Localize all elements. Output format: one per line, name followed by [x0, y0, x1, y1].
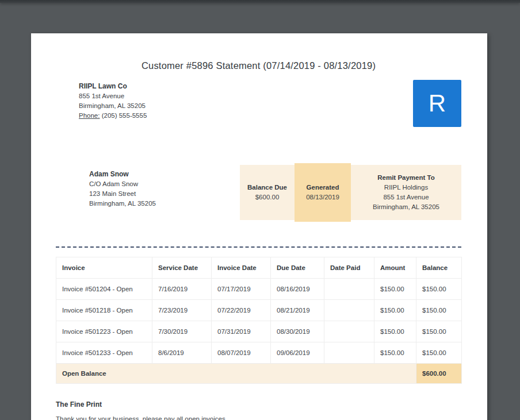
- cell-amount: $150.00: [374, 279, 416, 300]
- cell-amount: $150.00: [374, 300, 416, 321]
- company-address-line2: Birmingham, AL 35205: [79, 101, 147, 111]
- cell-service-date: 7/30/2019: [152, 321, 212, 342]
- cell-date-paid: [324, 342, 374, 364]
- cell-invoice: Invoice #501204 - Open: [56, 279, 152, 300]
- balance-due-cell: Balance Due $600.00: [240, 165, 295, 220]
- payment-summary-box: Balance Due $600.00 Generated 08/13/2019…: [240, 163, 461, 222]
- billing-section: Adam Snow C/O Adam Snow 123 Main Street …: [56, 163, 461, 222]
- col-header-balance: Balance: [416, 257, 462, 279]
- remit-address2: Birmingham, AL 35205: [351, 202, 461, 212]
- cell-due-date: 09/06/2019: [271, 342, 324, 364]
- table-row: Invoice #501204 - Open 7/16/2019 07/17/2…: [56, 279, 462, 300]
- remit-address1: 855 1st Avenue: [351, 192, 461, 202]
- open-balance-label: Open Balance: [56, 364, 416, 384]
- cell-balance: $150.00: [416, 342, 462, 364]
- remit-payment-cell: Remit Payment To RIIPL Holdings 855 1st …: [351, 165, 461, 220]
- table-header-row: Invoice Service Date Invoice Date Due Da…: [56, 257, 462, 279]
- customer-address-block: Adam Snow C/O Adam Snow 123 Main Street …: [89, 163, 156, 209]
- cell-invoice: Invoice #501218 - Open: [56, 300, 152, 321]
- cell-invoice-date: 07/22/2019: [212, 300, 271, 321]
- statement-page: Customer #5896 Statement (07/14/2019 - 0…: [31, 33, 487, 420]
- cell-invoice-date: 08/07/2019: [212, 342, 271, 364]
- fine-print-text: Thank you for your business, please pay …: [56, 415, 461, 420]
- generated-cell: Generated 08/13/2019: [295, 163, 351, 222]
- balance-due-value: $600.00: [240, 192, 295, 202]
- col-header-amount: Amount: [374, 257, 416, 279]
- col-header-invoice: Invoice: [56, 257, 152, 279]
- col-header-due-date: Due Date: [271, 257, 324, 279]
- statement-header: RIIPL Lawn Co 855 1st Avenue Birmingham,…: [56, 82, 461, 127]
- table-row: Invoice #501233 - Open 8/6/2019 08/07/20…: [56, 342, 462, 364]
- cell-amount: $150.00: [374, 321, 416, 342]
- fine-print-heading: The Fine Print: [56, 400, 461, 409]
- cell-invoice: Invoice #501233 - Open: [56, 342, 152, 364]
- cell-due-date: 08/30/2019: [271, 321, 324, 342]
- cell-amount: $150.00: [374, 342, 416, 364]
- cell-due-date: 08/21/2019: [271, 300, 324, 321]
- cell-balance: $150.00: [416, 300, 462, 321]
- company-name: RIIPL Lawn Co: [79, 82, 147, 91]
- open-balance-value: $600.00: [416, 364, 462, 384]
- dashed-divider: [56, 246, 461, 248]
- company-address-line1: 855 1st Avenue: [79, 91, 147, 101]
- table-row: Invoice #501223 - Open 7/30/2019 07/31/2…: [56, 321, 462, 342]
- page-title: Customer #5896 Statement (07/14/2019 - 0…: [56, 33, 461, 71]
- remit-label: Remit Payment To: [351, 173, 461, 183]
- col-header-invoice-date: Invoice Date: [212, 257, 271, 279]
- cell-service-date: 7/23/2019: [152, 300, 212, 321]
- invoice-table: Invoice Service Date Invoice Date Due Da…: [56, 257, 462, 384]
- company-logo: R: [413, 80, 461, 127]
- statement-content: Customer #5896 Statement (07/14/2019 - 0…: [31, 33, 487, 420]
- cell-invoice-date: 07/17/2019: [212, 279, 271, 300]
- generated-label: Generated: [295, 183, 351, 192]
- open-balance-row: Open Balance $600.00: [56, 364, 462, 384]
- company-address-block: RIIPL Lawn Co 855 1st Avenue Birmingham,…: [79, 82, 147, 127]
- customer-address-line2: Birmingham, AL 35205: [89, 199, 156, 209]
- cell-service-date: 7/16/2019: [152, 279, 212, 300]
- balance-due-label: Balance Due: [240, 183, 295, 192]
- cell-balance: $150.00: [416, 321, 462, 342]
- cell-due-date: 08/16/2019: [271, 279, 324, 300]
- customer-care-of: C/O Adam Snow: [89, 179, 156, 189]
- phone-label: Phone:: [79, 112, 100, 119]
- cell-date-paid: [324, 300, 374, 321]
- cell-service-date: 8/6/2019: [152, 342, 212, 364]
- cell-date-paid: [324, 321, 374, 342]
- window-top-edge: [0, 0, 520, 3]
- company-phone-line: Phone: (205) 555-5555: [79, 111, 147, 121]
- cell-invoice: Invoice #501223 - Open: [56, 321, 152, 342]
- cell-balance: $150.00: [416, 279, 462, 300]
- customer-name: Adam Snow: [89, 169, 156, 179]
- phone-value: (205) 555-5555: [102, 112, 147, 119]
- cell-invoice-date: 07/31/2019: [212, 321, 271, 342]
- col-header-service-date: Service Date: [152, 257, 212, 279]
- col-header-date-paid: Date Paid: [324, 257, 374, 279]
- generated-value: 08/13/2019: [295, 192, 351, 202]
- table-row: Invoice #501218 - Open 7/23/2019 07/22/2…: [56, 300, 462, 321]
- cell-date-paid: [324, 279, 374, 300]
- remit-name: RIIPL Holdings: [351, 183, 461, 192]
- customer-address-line1: 123 Main Street: [89, 189, 156, 199]
